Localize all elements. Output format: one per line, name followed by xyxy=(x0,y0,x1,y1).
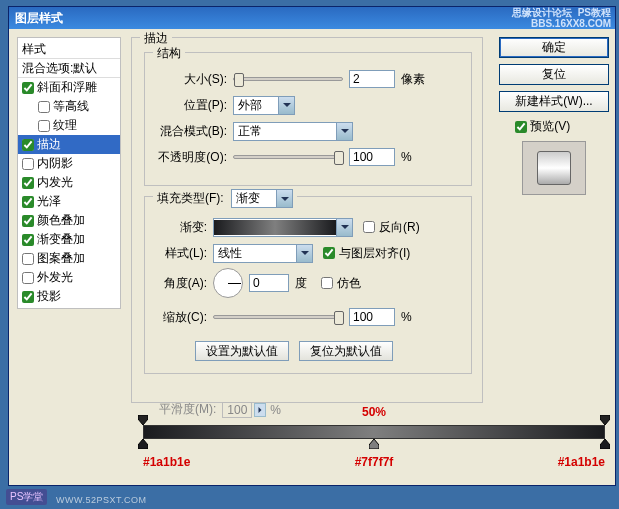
sidebar-checkbox-2[interactable] xyxy=(38,120,50,132)
reverse-checkbox[interactable] xyxy=(363,221,375,233)
sidebar-checkbox-0[interactable] xyxy=(22,82,34,94)
angle-dial[interactable] xyxy=(213,268,243,298)
window-title: 图层样式 xyxy=(15,11,63,25)
sidebar-checkbox-6[interactable] xyxy=(22,196,34,208)
smooth-label: 平滑度(M): xyxy=(159,401,216,418)
reset-default-button[interactable]: 复位为默认值 xyxy=(299,341,393,361)
chevron-down-icon xyxy=(276,190,292,207)
blendmode-label: 混合模式(B): xyxy=(153,123,227,140)
sidebar-checkbox-11[interactable] xyxy=(22,291,34,303)
sidebar-item-8[interactable]: 渐变叠加 xyxy=(18,230,120,249)
sidebar-label-0: 斜面和浮雕 xyxy=(37,80,97,94)
style-select[interactable]: 线性 xyxy=(213,244,313,263)
opacity-label: 不透明度(O): xyxy=(153,149,227,166)
sidebar-header[interactable]: 样式 xyxy=(18,40,120,59)
hex-left: #1a1b1e xyxy=(143,455,190,469)
preview-box xyxy=(522,141,586,195)
right-column: 确定 复位 新建样式(W)... 预览(V) xyxy=(499,37,609,195)
sidebar-label-2: 纹理 xyxy=(53,118,77,132)
size-input[interactable] xyxy=(349,70,395,88)
sidebar-checkbox-3[interactable] xyxy=(22,139,34,151)
sidebar-item-2[interactable]: 纹理 xyxy=(18,116,120,135)
titlebar: 图层样式 思缘设计论坛 PS教程 BBS.16XX8.COM xyxy=(9,7,615,29)
ok-button[interactable]: 确定 xyxy=(499,37,609,58)
sidebar-checkbox-5[interactable] xyxy=(22,177,34,189)
align-label: 与图层对齐(I) xyxy=(339,245,410,262)
smooth-unit: % xyxy=(270,403,281,417)
sidebar-item-5[interactable]: 内发光 xyxy=(18,173,120,192)
smooth-value[interactable]: 100 xyxy=(222,402,252,418)
color-stop-right[interactable] xyxy=(600,439,610,449)
sidebar-item-1[interactable]: 等高线 xyxy=(18,97,120,116)
sidebar-item-6[interactable]: 光泽 xyxy=(18,192,120,211)
sidebar-checkbox-8[interactable] xyxy=(22,234,34,246)
scale-slider[interactable] xyxy=(213,315,343,319)
sidebar-item-10[interactable]: 外发光 xyxy=(18,268,120,287)
align-checkbox[interactable] xyxy=(323,247,335,259)
watermark: 思缘设计论坛 PS教程 BBS.16XX8.COM xyxy=(512,7,611,29)
size-unit: 像素 xyxy=(401,71,425,88)
opacity-slider[interactable] xyxy=(233,155,343,159)
angle-label: 角度(A): xyxy=(153,275,207,292)
dither-checkbox[interactable] xyxy=(321,277,333,289)
sidebar-item-4[interactable]: 内阴影 xyxy=(18,154,120,173)
sidebar-item-3[interactable]: 描边 xyxy=(18,135,120,154)
sidebar-item-11[interactable]: 投影 xyxy=(18,287,120,306)
midpoint-label: 50% xyxy=(362,405,386,419)
cancel-button[interactable]: 复位 xyxy=(499,64,609,85)
structure-legend: 结构 xyxy=(153,45,185,62)
sidebar-label-10: 外发光 xyxy=(37,270,73,284)
blendmode-select[interactable]: 正常 xyxy=(233,122,353,141)
sidebar-item-7[interactable]: 颜色叠加 xyxy=(18,211,120,230)
position-select[interactable]: 外部 xyxy=(233,96,295,115)
preview-label: 预览(V) xyxy=(530,119,570,133)
filltype-select[interactable]: 渐变 xyxy=(231,189,293,208)
chevron-down-icon xyxy=(296,245,312,262)
scale-input[interactable] xyxy=(349,308,395,326)
sidebar-item-9[interactable]: 图案叠加 xyxy=(18,249,120,268)
preview-checkbox[interactable] xyxy=(515,121,527,133)
sidebar-label-8: 渐变叠加 xyxy=(37,232,85,246)
sidebar-label-6: 光泽 xyxy=(37,194,61,208)
angle-unit: 度 xyxy=(295,275,307,292)
gradient-label: 渐变: xyxy=(153,219,207,236)
scale-unit: % xyxy=(401,310,412,324)
sidebar-checkbox-9[interactable] xyxy=(22,253,34,265)
sidebar-label-9: 图案叠加 xyxy=(37,251,85,265)
dither-label: 仿色 xyxy=(337,275,361,292)
sidebar-item-0[interactable]: 斜面和浮雕 xyxy=(18,78,120,97)
gradient-bar[interactable] xyxy=(143,425,605,439)
gradient-picker[interactable] xyxy=(213,218,353,237)
hex-mid: #7f7f7f xyxy=(355,455,394,469)
newstyle-button[interactable]: 新建样式(W)... xyxy=(499,91,609,112)
chevron-down-icon xyxy=(278,97,294,114)
sidebar-blend-options[interactable]: 混合选项:默认 xyxy=(18,59,120,78)
color-stop-mid[interactable] xyxy=(369,439,379,449)
set-default-button[interactable]: 设置为默认值 xyxy=(195,341,289,361)
footer-badge: PS学堂 xyxy=(6,489,47,505)
sidebar-label-11: 投影 xyxy=(37,289,61,303)
styles-sidebar: 样式 混合选项:默认 斜面和浮雕等高线纹理描边内阴影内发光光泽颜色叠加渐变叠加图… xyxy=(17,37,121,309)
structure-group: 结构 大小(S): 像素 位置(P): 外部 混合模式(B): xyxy=(144,52,472,186)
opacity-stop-left[interactable] xyxy=(138,415,148,425)
hex-right: #1a1b1e xyxy=(558,455,605,469)
sidebar-checkbox-7[interactable] xyxy=(22,215,34,227)
chevron-right-icon[interactable] xyxy=(254,403,266,417)
sidebar-label-3: 描边 xyxy=(37,137,61,151)
size-label: 大小(S): xyxy=(153,71,227,88)
sidebar-checkbox-1[interactable] xyxy=(38,101,50,113)
sidebar-label-1: 等高线 xyxy=(53,99,89,113)
angle-input[interactable] xyxy=(249,274,289,292)
color-stop-left[interactable] xyxy=(138,439,148,449)
opacity-stop-right[interactable] xyxy=(600,415,610,425)
gradient-editor: 平滑度(M): 100 % 50% #1a1b1e #7f7f7f #1a1b1… xyxy=(143,403,605,473)
fill-legend: 填充类型(F): 渐变 xyxy=(153,189,297,208)
opacity-input[interactable] xyxy=(349,148,395,166)
sidebar-label-7: 颜色叠加 xyxy=(37,213,85,227)
sidebar-checkbox-4[interactable] xyxy=(22,158,34,170)
size-slider[interactable] xyxy=(233,77,343,81)
scale-label: 缩放(C): xyxy=(153,309,207,326)
style-label: 样式(L): xyxy=(153,245,207,262)
sidebar-checkbox-10[interactable] xyxy=(22,272,34,284)
preview-swatch xyxy=(537,151,571,185)
